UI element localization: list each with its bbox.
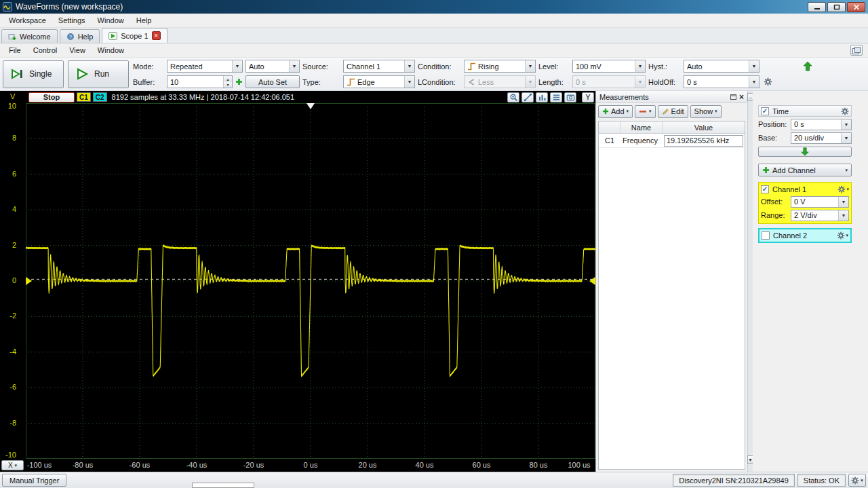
dock-layout-button[interactable] [850,45,863,56]
x-tick-label: -80 us [73,461,94,469]
time-checkbox[interactable]: ✓ [761,107,769,115]
channel2-badge[interactable]: C2 [93,92,107,102]
minimize-button[interactable] [808,2,826,12]
tab-close-icon[interactable]: × [152,31,161,40]
single-icon [10,67,24,81]
dash-icon [639,108,647,115]
title-bar[interactable]: WaveForms (new workspace) [0,0,868,14]
edge-icon [347,78,355,86]
hysteresis-select[interactable]: Auto▼ [684,60,760,73]
menu-workspace[interactable]: Workspace [3,15,52,26]
time-options-button[interactable] [841,107,849,115]
add-buffer-icon[interactable] [235,78,243,86]
float-panel-icon[interactable] [730,94,736,100]
x-tick-label: -40 us [186,461,208,469]
column-value[interactable]: Value [663,121,745,133]
spinner-arrows[interactable]: ▴▾ [223,76,232,88]
base-select[interactable]: 20 us/div▼ [791,132,852,144]
close-panel-icon[interactable]: × [739,94,744,100]
stop-button[interactable]: Stop [28,92,75,102]
channel1-badge[interactable]: C1 [77,92,91,102]
condition-label: Condition: [418,62,461,71]
app-menubar: Workspace Settings Window Help [0,14,868,28]
chevron-down-icon: ▼ [232,60,242,72]
scope-display: V Stop C1 C2 8192 samples at 33.33 MHz |… [0,91,595,472]
zoom-in-button[interactable] [507,92,519,102]
length-select: 0 s▼ [572,75,646,88]
less-icon [467,78,476,86]
show-measurement-button[interactable]: Show▾ [690,105,722,118]
position-select[interactable]: 0 s▼ [791,119,852,130]
vertical-bars-button[interactable] [536,92,548,102]
range-select[interactable]: 2 V/div▼ [791,210,849,221]
plus-icon [762,166,770,174]
menu-file[interactable]: File [3,45,27,56]
y-tick-label: 0 [12,276,16,284]
menu-help[interactable]: Help [130,15,158,26]
menu-control[interactable]: Control [27,45,63,56]
single-button[interactable]: Single [3,60,64,88]
add-measurement-button[interactable]: Add▾ [598,105,633,118]
mode-select[interactable]: Repeated▼ [167,60,243,73]
channel2-options-button[interactable]: ▾ [837,231,848,240]
y-tick-label: 2 [12,241,16,249]
expand-time-button[interactable] [758,147,852,157]
channel1-checkbox[interactable]: ✓ [761,185,769,193]
trigger-auto-select[interactable]: Auto▼ [245,60,300,73]
menu-window[interactable]: Window [92,15,130,26]
edit-measurement-button[interactable]: Edit [658,105,688,118]
chevron-down-icon: ▾ [845,168,848,173]
x-tick-label: 40 us [416,461,434,469]
list-view-button[interactable] [550,92,562,102]
manual-trigger-button[interactable]: Manual Trigger [2,474,66,487]
offset-select[interactable]: 0 V▼ [791,196,849,208]
channel1-options-button[interactable]: ▾ [837,185,849,193]
menu-window2[interactable]: Window [92,45,130,56]
chevron-down-icon: ▾ [627,109,629,114]
row-name: Frequency [620,136,663,145]
chevron-down-icon: ▼ [838,197,848,207]
menu-view[interactable]: View [63,45,92,56]
window-title: WaveForms (new workspace) [16,2,123,12]
menu-settings[interactable]: Settings [52,15,92,26]
snapshot-button[interactable] [564,92,576,102]
source-label: Source: [302,62,340,71]
column-name[interactable]: Name [620,121,663,133]
table-row[interactable]: C1 Frequency 19.192625526 kHz [599,134,745,148]
type-select[interactable]: Edge▼ [343,75,415,88]
gear-icon [837,231,845,240]
plus-icon [602,108,609,115]
tab-welcome[interactable]: Welcome [1,29,58,43]
chevron-down-icon: ▾ [846,233,848,238]
run-button[interactable]: Run [68,60,129,88]
holdoff-select[interactable]: 0 s▼ [684,75,760,88]
y-tick-label: -2 [9,312,16,320]
defined-measurement-button[interactable]: ▾ [635,105,656,118]
tab-help[interactable]: ? Help [60,29,100,43]
maximize-button[interactable] [827,2,846,12]
close-button[interactable] [847,2,865,12]
level-select[interactable]: 100 mV▼ [572,60,646,73]
device-options-button[interactable]: ▾ [848,474,866,487]
x-axis-button[interactable]: X▾ [1,460,24,470]
frequency-value-field[interactable]: 19.192625526 kHz [664,135,743,147]
x-tick-label: -100 us [27,461,52,469]
time-label: Time [772,107,789,115]
trigger-options-gear-icon[interactable] [764,77,772,86]
run-icon [75,67,89,81]
green-down-arrow-icon [800,147,810,156]
chevron-down-icon: ▾ [715,109,717,114]
source-select[interactable]: Channel 1▼ [343,60,415,73]
channel2-group[interactable]: Channel 2 ▾ [758,228,852,243]
channel2-checkbox[interactable] [762,231,770,240]
slope-cursor-button[interactable] [521,92,534,102]
buffer-spinner[interactable]: 10▴▾ [167,75,233,88]
chevron-down-icon: ▼ [749,60,759,72]
waveform-plot[interactable] [26,103,595,459]
type-label: Type: [302,78,340,86]
add-channel-button[interactable]: Add Channel ▾ [758,164,852,176]
tab-scope-1[interactable]: Scope 1 × [102,28,167,43]
condition-select[interactable]: Rising▼ [464,60,536,73]
y-axis-button[interactable]: Y [582,92,594,102]
auto-set-button[interactable]: Auto Set [245,75,300,88]
